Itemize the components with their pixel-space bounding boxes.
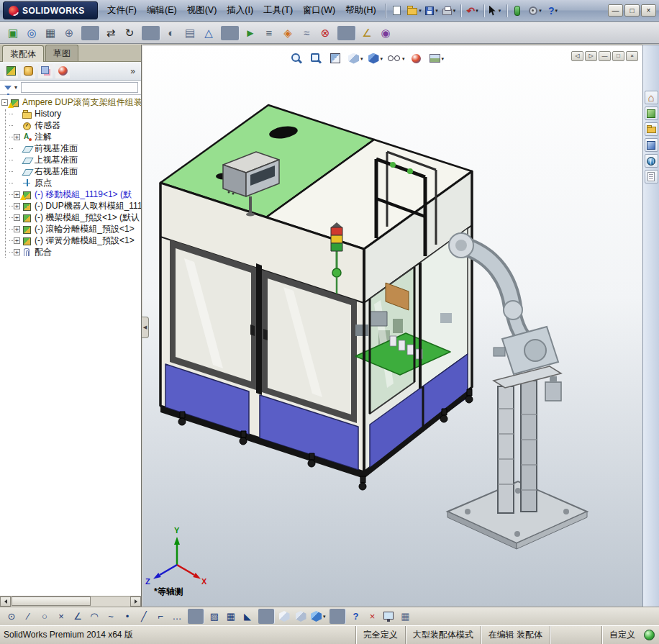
solidworks-resource-icon[interactable] (644, 630, 655, 640)
hide-show-items-button[interactable]: ▾ (388, 51, 405, 65)
close-button[interactable]: × (641, 4, 656, 17)
point-tool-button[interactable]: • (119, 609, 135, 624)
tree-item[interactable]: + (-) DUP機器人取料模組_1119 (0, 200, 141, 212)
tree-item[interactable]: 传感器 (0, 119, 141, 131)
save-button[interactable]: ▾ (424, 3, 440, 19)
table-button[interactable]: ▦ (398, 609, 414, 624)
close-view-button[interactable]: × (626, 51, 638, 61)
interference-detection-button[interactable]: ⊗ (317, 24, 335, 42)
angle-snap-button[interactable]: ∠ (70, 609, 86, 624)
panel-tab[interactable]: 装配体 (2, 45, 44, 62)
menu-item[interactable]: 视图(V) (182, 1, 222, 19)
corner-rectangle-button[interactable]: ⌐ (153, 609, 168, 624)
tree-item[interactable]: + (-) 機架模組_預設<1> (默认 (0, 212, 141, 223)
zoom-fit-button[interactable] (290, 51, 304, 65)
model-canvas[interactable]: Y X Z (142, 45, 642, 607)
view-palette-tab[interactable] (645, 138, 658, 152)
scroll-right-button[interactable] (130, 597, 141, 607)
trim-entities-button[interactable]: × (53, 609, 69, 624)
zoom-area-button[interactable] (309, 51, 324, 65)
show-hidden-components-button[interactable]: ◐ (163, 24, 181, 42)
arc-tool-button[interactable]: ◠ (86, 609, 102, 624)
more-tabs-button[interactable]: » (128, 66, 137, 76)
plane-button[interactable]: ◣ (240, 609, 255, 624)
tree-expander[interactable]: - (1, 99, 8, 106)
menu-item[interactable]: 工具(T) (258, 1, 298, 19)
restore-view-button[interactable]: □ (612, 51, 624, 61)
tree-expander[interactable]: + (14, 249, 20, 255)
mass-properties-button[interactable]: ◉ (377, 24, 395, 42)
wireframe-display-button[interactable] (277, 609, 293, 624)
options-button[interactable]: ▾ (527, 3, 544, 19)
panel-horizontal-scrollbar[interactable] (0, 596, 141, 607)
tree-item[interactable]: + (-) 移動模組_1119<1> (默 (0, 189, 141, 200)
hidden-lines-display-button[interactable] (294, 609, 309, 624)
open-button[interactable]: ▾ (406, 3, 423, 19)
menu-item[interactable]: 文件(F) (102, 1, 142, 19)
scrollbar-thumb[interactable] (12, 597, 91, 606)
circle-tool-button[interactable]: ○ (37, 609, 53, 624)
more-tools-button[interactable]: … (169, 609, 185, 624)
explode-line-sketch-button[interactable]: ≈ (298, 24, 316, 42)
dock-left-button[interactable]: ◁ (571, 51, 583, 61)
centerline-tool-button[interactable]: ╱ (136, 609, 152, 624)
view-orientation-button[interactable]: ▾ (348, 51, 363, 65)
smart-fasteners-button[interactable]: ⊕ (60, 24, 78, 42)
file-explorer-tab[interactable] (645, 122, 658, 136)
exploded-view-button[interactable]: ◈ (279, 24, 297, 42)
tree-item[interactable]: 前视基准面 (0, 142, 141, 154)
tree-item[interactable]: History (0, 108, 141, 119)
tree-item[interactable]: 上视基准面 (0, 154, 141, 165)
quick-tips-button[interactable]: ? (348, 609, 364, 624)
undo-button[interactable]: ↶▾ (464, 3, 481, 19)
sketch-select-button[interactable]: ⊙ (4, 609, 19, 624)
error-flag-button[interactable]: × (365, 609, 381, 624)
tree-item[interactable]: + (-) 滾輪分離模組_預設<1> (0, 223, 141, 235)
displaymanager-tab[interactable] (55, 64, 70, 78)
select-button[interactable]: ▾ (487, 3, 504, 19)
bill-of-materials-button[interactable]: ≡ (260, 24, 278, 42)
tree-expander[interactable]: + (14, 237, 20, 244)
rotate-component-button[interactable]: ↻ (121, 24, 139, 42)
featuremanager-tab[interactable] (4, 64, 18, 78)
linear-component-pattern-button[interactable]: ▦ (42, 24, 60, 42)
line-tool-button[interactable]: ∕ (20, 609, 36, 624)
tree-expander[interactable]: + (14, 214, 20, 221)
panel-collapse-handle[interactable]: ◀ (142, 317, 149, 338)
help-button[interactable]: ?▾ (545, 3, 561, 19)
minimize-button[interactable]: — (608, 4, 623, 17)
filter-chevron-icon[interactable]: ▾ (14, 84, 17, 91)
rebuild-button[interactable] (510, 3, 527, 19)
appearances-tab[interactable] (645, 154, 658, 168)
hatch-button[interactable]: ▨ (206, 609, 222, 624)
tree-expander[interactable]: + (14, 226, 20, 232)
measure-button[interactable]: ∠ (358, 24, 376, 42)
monitor-button[interactable] (381, 609, 397, 624)
print-button[interactable]: ▾ (441, 3, 458, 19)
scroll-left-button[interactable] (0, 597, 11, 607)
new-motion-study-button[interactable]: ► (242, 24, 260, 42)
insert-components-button[interactable]: ▣ (4, 24, 22, 42)
dock-right-button[interactable]: ▷ (585, 51, 597, 61)
edit-appearance-button[interactable] (410, 51, 424, 65)
menu-item[interactable]: 帮助(H) (340, 1, 381, 19)
move-component-button[interactable]: ⇄ (102, 24, 120, 42)
tree-expander[interactable]: + (14, 191, 20, 198)
section-view-button[interactable] (329, 51, 343, 65)
reference-geometry-button[interactable]: △ (200, 24, 218, 42)
mate-button[interactable]: ◎ (23, 24, 41, 42)
panel-tab[interactable]: 草图 (45, 45, 78, 61)
tree-item[interactable]: + (-) 彈簧分離模組_預設<1> (0, 235, 141, 246)
new-document-button[interactable] (389, 3, 406, 19)
configurationmanager-tab[interactable] (38, 64, 53, 78)
tree-expander[interactable]: + (14, 134, 20, 140)
home-tab[interactable]: ⌂ (645, 91, 658, 104)
maximize-button[interactable]: □ (624, 4, 640, 17)
filter-input[interactable] (21, 82, 138, 93)
apply-scene-button[interactable]: ▾ (430, 51, 445, 65)
shaded-display-button[interactable]: ▾ (310, 609, 327, 624)
tree-expander[interactable]: + (14, 203, 20, 209)
display-style-button[interactable]: ▾ (368, 51, 383, 65)
menu-item[interactable]: 插入(I) (222, 1, 258, 19)
assembly-features-button[interactable]: ▤ (181, 24, 199, 42)
